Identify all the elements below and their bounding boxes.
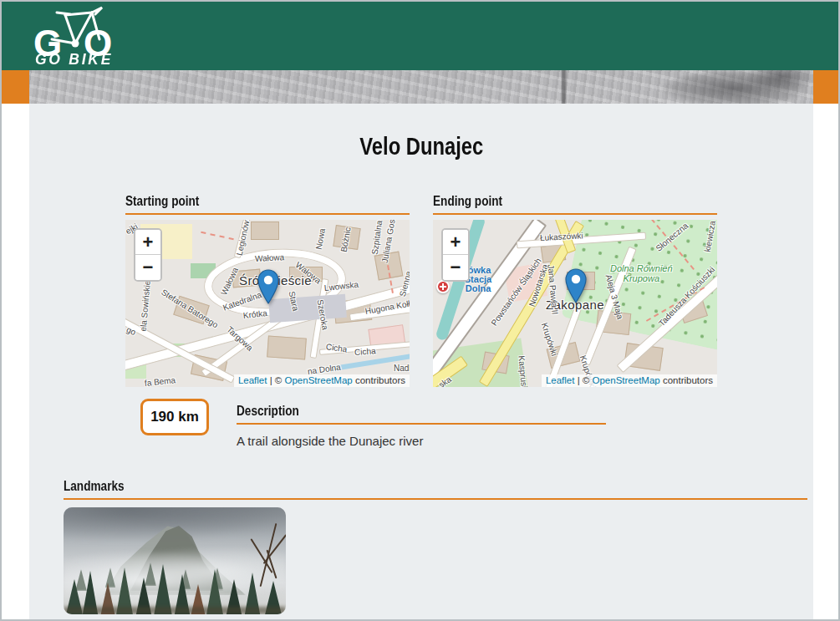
- map-zoom-control: + −: [441, 228, 470, 282]
- leaflet-link[interactable]: Leaflet: [238, 375, 267, 385]
- park-label: Dolna Równień Krupowa: [610, 263, 673, 283]
- map-building: [267, 335, 307, 359]
- app-window: G O GO BIKE Velo Dunajec Starting point: [0, 0, 840, 621]
- distance-badge: 190 km: [140, 399, 209, 435]
- landmark-photo: [64, 507, 286, 614]
- attribution-suffix: contributors: [355, 375, 405, 385]
- street-label: fa Bema: [144, 375, 176, 387]
- ending-point-heading-text: Ending point: [433, 193, 502, 210]
- map-dashes: [201, 232, 234, 240]
- description-heading: Description: [237, 403, 606, 420]
- ending-point-heading: Ending point: [433, 193, 717, 210]
- street-label: Krupówki: [540, 322, 559, 358]
- street-label: Cicha: [354, 346, 376, 357]
- landmarks-heading: Landmarks: [64, 478, 807, 495]
- starting-point-heading: Starting point: [125, 193, 410, 210]
- photo-ground: [64, 607, 286, 614]
- starting-point-section: Starting point: [125, 193, 410, 387]
- park-label-line2: Krupowa: [624, 273, 659, 283]
- page-title: Velo Dunajec: [29, 104, 813, 160]
- osm-link[interactable]: OpenStreetMap: [593, 375, 660, 385]
- station-label-line3: Dolna: [466, 283, 491, 293]
- end-map[interactable]: Zakopane Łukaszówki Nowotarska Powstańcó…: [433, 220, 717, 387]
- attribution-divider: | ©: [578, 375, 590, 385]
- accent-block-right: [813, 70, 838, 104]
- map-attribution: Leaflet | © OpenStreetMap contributors: [542, 374, 717, 387]
- starting-point-heading-text: Starting point: [125, 193, 199, 210]
- accent-block-left: [2, 70, 29, 104]
- map-marker-icon[interactable]: [257, 269, 279, 308]
- street-label: Krótka: [242, 308, 267, 320]
- start-map[interactable]: Śródmieście ejki Legionów Nowa Bóżnic Sz…: [125, 220, 410, 387]
- description-heading-text: Description: [237, 403, 299, 420]
- hero-band: [2, 70, 838, 104]
- maps-row: Starting point: [125, 193, 717, 387]
- hospital-icon: [436, 280, 450, 293]
- heading-underline: [433, 213, 717, 215]
- detail-row: 190 km Description A trail alongside the…: [140, 399, 813, 448]
- zoom-in-button[interactable]: +: [135, 230, 160, 255]
- app-header: G O GO BIKE: [2, 2, 838, 70]
- street-label: Legionów: [235, 220, 252, 257]
- heading-underline: [237, 423, 606, 425]
- attribution-divider: | ©: [270, 375, 283, 385]
- hero-banner-image: [29, 70, 813, 104]
- map-building: [251, 221, 279, 240]
- zoom-in-button[interactable]: +: [443, 230, 468, 255]
- leaflet-link[interactable]: Leaflet: [546, 375, 575, 385]
- description-text: A trail alongside the Dunajec river: [237, 434, 606, 448]
- street-label: Wałowa: [255, 252, 285, 263]
- zoom-out-button[interactable]: −: [443, 255, 468, 280]
- landmarks-heading-text: Landmarks: [64, 478, 125, 495]
- map-zoom-control: + −: [134, 228, 162, 282]
- attribution-suffix: contributors: [663, 375, 713, 385]
- description-section: Description A trail alongside the Dunaje…: [237, 399, 606, 448]
- heading-underline: [125, 213, 410, 215]
- street-label: Nowa: [314, 227, 327, 250]
- street-label: Nadbr: [394, 364, 410, 373]
- page-title-text: Velo Dunajec: [359, 133, 483, 160]
- park-label-line1: Dolna Równień: [610, 263, 673, 273]
- zoom-out-button[interactable]: −: [135, 255, 160, 280]
- map-attribution: Leaflet | © OpenStreetMap contributors: [234, 374, 410, 387]
- ending-point-section: Ending point: [433, 193, 717, 387]
- map-marker-icon[interactable]: [565, 268, 587, 307]
- osm-link[interactable]: OpenStreetMap: [285, 375, 353, 385]
- landmarks-section: Landmarks: [64, 478, 807, 614]
- street-label: Kasprusie: [517, 355, 530, 387]
- logo-wordmark: GO BIKE: [35, 50, 113, 69]
- main-content: Velo Dunajec Starting point: [29, 104, 813, 619]
- heading-underline: [64, 498, 807, 500]
